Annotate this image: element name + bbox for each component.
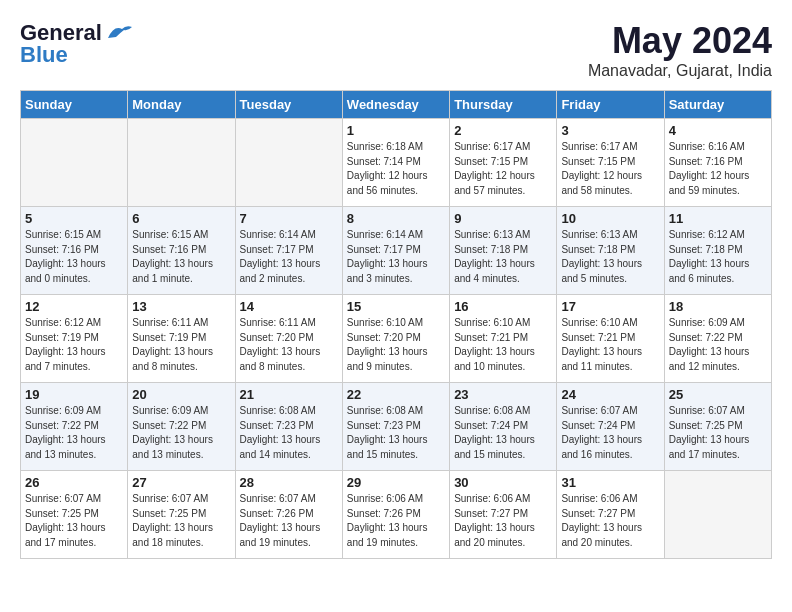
- day-info: Sunrise: 6:11 AM Sunset: 7:19 PM Dayligh…: [132, 316, 230, 374]
- day-info: Sunrise: 6:15 AM Sunset: 7:16 PM Dayligh…: [25, 228, 123, 286]
- calendar-cell: 4Sunrise: 6:16 AM Sunset: 7:16 PM Daylig…: [664, 119, 771, 207]
- day-info: Sunrise: 6:13 AM Sunset: 7:18 PM Dayligh…: [561, 228, 659, 286]
- day-number: 9: [454, 211, 552, 226]
- calendar-week-row: 12Sunrise: 6:12 AM Sunset: 7:19 PM Dayli…: [21, 295, 772, 383]
- day-number: 2: [454, 123, 552, 138]
- day-number: 16: [454, 299, 552, 314]
- calendar-cell: 18Sunrise: 6:09 AM Sunset: 7:22 PM Dayli…: [664, 295, 771, 383]
- day-info: Sunrise: 6:12 AM Sunset: 7:19 PM Dayligh…: [25, 316, 123, 374]
- day-number: 18: [669, 299, 767, 314]
- calendar-cell: [235, 119, 342, 207]
- calendar-cell: 28Sunrise: 6:07 AM Sunset: 7:26 PM Dayli…: [235, 471, 342, 559]
- calendar-cell: 7Sunrise: 6:14 AM Sunset: 7:17 PM Daylig…: [235, 207, 342, 295]
- day-number: 13: [132, 299, 230, 314]
- day-number: 26: [25, 475, 123, 490]
- day-info: Sunrise: 6:10 AM Sunset: 7:21 PM Dayligh…: [561, 316, 659, 374]
- calendar-cell: 11Sunrise: 6:12 AM Sunset: 7:18 PM Dayli…: [664, 207, 771, 295]
- day-info: Sunrise: 6:10 AM Sunset: 7:20 PM Dayligh…: [347, 316, 445, 374]
- day-info: Sunrise: 6:16 AM Sunset: 7:16 PM Dayligh…: [669, 140, 767, 198]
- day-number: 21: [240, 387, 338, 402]
- title-area: May 2024 Manavadar, Gujarat, India: [588, 20, 772, 80]
- calendar-cell: 27Sunrise: 6:07 AM Sunset: 7:25 PM Dayli…: [128, 471, 235, 559]
- day-number: 5: [25, 211, 123, 226]
- month-title: May 2024: [588, 20, 772, 62]
- location: Manavadar, Gujarat, India: [588, 62, 772, 80]
- calendar-cell: 3Sunrise: 6:17 AM Sunset: 7:15 PM Daylig…: [557, 119, 664, 207]
- weekday-header-sunday: Sunday: [21, 91, 128, 119]
- calendar-table: SundayMondayTuesdayWednesdayThursdayFrid…: [20, 90, 772, 559]
- day-number: 15: [347, 299, 445, 314]
- day-number: 12: [25, 299, 123, 314]
- day-number: 8: [347, 211, 445, 226]
- logo: General Blue: [20, 20, 134, 68]
- day-info: Sunrise: 6:09 AM Sunset: 7:22 PM Dayligh…: [132, 404, 230, 462]
- day-info: Sunrise: 6:11 AM Sunset: 7:20 PM Dayligh…: [240, 316, 338, 374]
- calendar-cell: 8Sunrise: 6:14 AM Sunset: 7:17 PM Daylig…: [342, 207, 449, 295]
- calendar-cell: 12Sunrise: 6:12 AM Sunset: 7:19 PM Dayli…: [21, 295, 128, 383]
- calendar-cell: 24Sunrise: 6:07 AM Sunset: 7:24 PM Dayli…: [557, 383, 664, 471]
- calendar-cell: 16Sunrise: 6:10 AM Sunset: 7:21 PM Dayli…: [450, 295, 557, 383]
- weekday-header-tuesday: Tuesday: [235, 91, 342, 119]
- weekday-header-wednesday: Wednesday: [342, 91, 449, 119]
- calendar-cell: 5Sunrise: 6:15 AM Sunset: 7:16 PM Daylig…: [21, 207, 128, 295]
- day-info: Sunrise: 6:06 AM Sunset: 7:26 PM Dayligh…: [347, 492, 445, 550]
- day-info: Sunrise: 6:13 AM Sunset: 7:18 PM Dayligh…: [454, 228, 552, 286]
- weekday-header-thursday: Thursday: [450, 91, 557, 119]
- day-number: 10: [561, 211, 659, 226]
- day-info: Sunrise: 6:09 AM Sunset: 7:22 PM Dayligh…: [669, 316, 767, 374]
- logo-blue: Blue: [20, 42, 68, 68]
- day-info: Sunrise: 6:18 AM Sunset: 7:14 PM Dayligh…: [347, 140, 445, 198]
- day-info: Sunrise: 6:14 AM Sunset: 7:17 PM Dayligh…: [347, 228, 445, 286]
- day-info: Sunrise: 6:12 AM Sunset: 7:18 PM Dayligh…: [669, 228, 767, 286]
- day-number: 17: [561, 299, 659, 314]
- weekday-header-saturday: Saturday: [664, 91, 771, 119]
- calendar-cell: 13Sunrise: 6:11 AM Sunset: 7:19 PM Dayli…: [128, 295, 235, 383]
- day-number: 24: [561, 387, 659, 402]
- day-info: Sunrise: 6:08 AM Sunset: 7:24 PM Dayligh…: [454, 404, 552, 462]
- weekday-header-friday: Friday: [557, 91, 664, 119]
- day-number: 6: [132, 211, 230, 226]
- calendar-cell: 29Sunrise: 6:06 AM Sunset: 7:26 PM Dayli…: [342, 471, 449, 559]
- day-info: Sunrise: 6:07 AM Sunset: 7:25 PM Dayligh…: [25, 492, 123, 550]
- calendar-cell: 22Sunrise: 6:08 AM Sunset: 7:23 PM Dayli…: [342, 383, 449, 471]
- calendar-cell: 21Sunrise: 6:08 AM Sunset: 7:23 PM Dayli…: [235, 383, 342, 471]
- day-info: Sunrise: 6:15 AM Sunset: 7:16 PM Dayligh…: [132, 228, 230, 286]
- day-number: 20: [132, 387, 230, 402]
- day-number: 1: [347, 123, 445, 138]
- calendar-week-row: 26Sunrise: 6:07 AM Sunset: 7:25 PM Dayli…: [21, 471, 772, 559]
- calendar-cell: 19Sunrise: 6:09 AM Sunset: 7:22 PM Dayli…: [21, 383, 128, 471]
- calendar-cell: 1Sunrise: 6:18 AM Sunset: 7:14 PM Daylig…: [342, 119, 449, 207]
- day-info: Sunrise: 6:06 AM Sunset: 7:27 PM Dayligh…: [561, 492, 659, 550]
- day-info: Sunrise: 6:07 AM Sunset: 7:25 PM Dayligh…: [132, 492, 230, 550]
- weekday-header-monday: Monday: [128, 91, 235, 119]
- day-number: 28: [240, 475, 338, 490]
- day-info: Sunrise: 6:09 AM Sunset: 7:22 PM Dayligh…: [25, 404, 123, 462]
- calendar-cell: 6Sunrise: 6:15 AM Sunset: 7:16 PM Daylig…: [128, 207, 235, 295]
- day-number: 19: [25, 387, 123, 402]
- day-number: 27: [132, 475, 230, 490]
- day-info: Sunrise: 6:08 AM Sunset: 7:23 PM Dayligh…: [240, 404, 338, 462]
- calendar-cell: 17Sunrise: 6:10 AM Sunset: 7:21 PM Dayli…: [557, 295, 664, 383]
- day-info: Sunrise: 6:17 AM Sunset: 7:15 PM Dayligh…: [561, 140, 659, 198]
- calendar-cell: 14Sunrise: 6:11 AM Sunset: 7:20 PM Dayli…: [235, 295, 342, 383]
- calendar-cell: 10Sunrise: 6:13 AM Sunset: 7:18 PM Dayli…: [557, 207, 664, 295]
- calendar-cell: 26Sunrise: 6:07 AM Sunset: 7:25 PM Dayli…: [21, 471, 128, 559]
- day-info: Sunrise: 6:17 AM Sunset: 7:15 PM Dayligh…: [454, 140, 552, 198]
- day-number: 29: [347, 475, 445, 490]
- calendar-cell: 2Sunrise: 6:17 AM Sunset: 7:15 PM Daylig…: [450, 119, 557, 207]
- day-number: 4: [669, 123, 767, 138]
- calendar-cell: [21, 119, 128, 207]
- calendar-cell: [664, 471, 771, 559]
- logo-bird-icon: [106, 23, 134, 43]
- day-number: 14: [240, 299, 338, 314]
- day-number: 22: [347, 387, 445, 402]
- calendar-cell: 23Sunrise: 6:08 AM Sunset: 7:24 PM Dayli…: [450, 383, 557, 471]
- weekday-header-row: SundayMondayTuesdayWednesdayThursdayFrid…: [21, 91, 772, 119]
- day-info: Sunrise: 6:07 AM Sunset: 7:24 PM Dayligh…: [561, 404, 659, 462]
- day-info: Sunrise: 6:14 AM Sunset: 7:17 PM Dayligh…: [240, 228, 338, 286]
- day-number: 3: [561, 123, 659, 138]
- calendar-week-row: 1Sunrise: 6:18 AM Sunset: 7:14 PM Daylig…: [21, 119, 772, 207]
- calendar-cell: 15Sunrise: 6:10 AM Sunset: 7:20 PM Dayli…: [342, 295, 449, 383]
- calendar-cell: 25Sunrise: 6:07 AM Sunset: 7:25 PM Dayli…: [664, 383, 771, 471]
- calendar-cell: 9Sunrise: 6:13 AM Sunset: 7:18 PM Daylig…: [450, 207, 557, 295]
